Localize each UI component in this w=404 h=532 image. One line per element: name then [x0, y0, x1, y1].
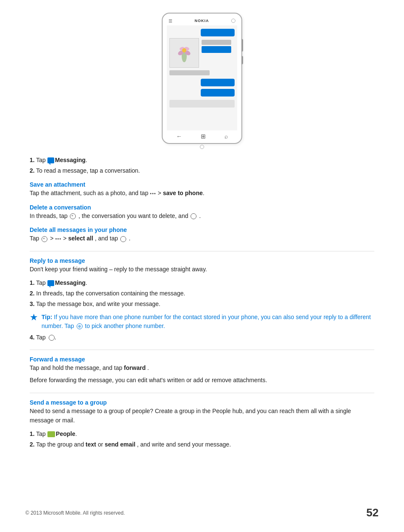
delete-conv-mid: , the conversation you want to delete, a…: [78, 212, 188, 219]
reply-step-2-text: In threads, tap the conversation contain…: [36, 290, 185, 297]
page-number: 52: [366, 506, 379, 519]
reply-step-3-num: 3.: [30, 300, 35, 307]
flower-svg: [172, 40, 197, 66]
group-heading: Send a message to a group: [30, 399, 374, 406]
step-2-line: 2. To read a message, tap a conversation…: [30, 166, 374, 175]
delete-conv-suffix: .: [199, 212, 201, 219]
phone-side-button-1: [241, 39, 243, 52]
group-step-2-num: 2.: [30, 441, 35, 448]
delete-conversation-body: In threads, tap ≡ , the conversation you…: [30, 212, 374, 221]
page-footer: © 2013 Microsoft Mobile. All rights rese…: [25, 506, 379, 519]
group-step-2-or: or: [98, 441, 103, 448]
phone-camera-icon: [231, 19, 235, 23]
group-step-2-bold1: text: [86, 441, 96, 448]
step-2-text: To read a message, tap a conversation.: [36, 167, 140, 174]
group-step-2-prefix: Tap the group and: [36, 441, 84, 448]
main-content: 1. Tap Messaging. 2. To read a message, …: [25, 156, 379, 449]
chat-image: [169, 38, 199, 68]
forward-body-1: Tap and hold the message, and tap forwar…: [30, 364, 374, 373]
reply-step-4-text: Tap: [36, 334, 46, 341]
delete-all-prefix: Tap: [30, 235, 39, 242]
messaging-icon-1: [47, 157, 54, 163]
group-step-2-suffix: , and write and send your message.: [137, 441, 231, 448]
group-step-1-num: 1.: [30, 430, 35, 437]
phone-chat-area: [167, 25, 237, 111]
divider-3: [30, 393, 374, 393]
delete-conv-prefix: In threads, tap: [30, 212, 68, 219]
phone-search-icon: ⌕: [224, 133, 228, 140]
phone-screen: [167, 25, 237, 130]
tip-text-content: Tip: If you have more than one phone num…: [42, 313, 374, 331]
reply-step-1-text: Messaging: [55, 279, 86, 286]
step-1-messaging: Messaging: [55, 157, 86, 163]
delete-all-suffix: .: [129, 235, 130, 242]
reply-step-3: 3. Tap the message box, and write your m…: [30, 300, 374, 309]
page: ☰ NOKIA: [0, 0, 404, 532]
delete-all-heading: Delete all messages in your phone: [30, 226, 374, 233]
phone-speaker-icon: ☰: [169, 19, 172, 23]
step-1-line: 1. Tap Messaging.: [30, 156, 374, 165]
reply-step-4-num: 4.: [30, 334, 35, 341]
dots-icon-2: •••: [55, 235, 61, 243]
tip-star-icon: ★: [30, 313, 38, 322]
tip-box: ★ Tip: If you have more than one phone n…: [30, 313, 374, 331]
reply-heading: Reply to a message: [30, 257, 374, 264]
save-to-phone-text: save to phone: [163, 190, 203, 196]
save-attachment-text: Tap the attachment, such as a photo, and…: [30, 190, 148, 196]
reply-step-1-num: 1.: [30, 279, 35, 286]
group-intro: Need to send a message to a group of peo…: [30, 407, 374, 425]
phone-back-icon: ←: [176, 133, 182, 140]
chat-bubble-2: [201, 79, 235, 86]
phone-brand-label: NOKIA: [195, 19, 209, 23]
phone-side-button-2: [241, 56, 243, 64]
group-step-1-text: People: [56, 430, 75, 437]
phone-illustration: ☰ NOKIA: [25, 13, 379, 144]
forward-body-suffix: .: [147, 364, 149, 371]
forward-body-prefix: Tap and hold the message, and tap: [30, 364, 122, 371]
divider-1: [30, 251, 374, 251]
save-attachment-heading: Save an attachment: [30, 181, 374, 188]
tip-label: Tip:: [42, 314, 52, 320]
reply-step-4: 4. Tap .: [30, 333, 374, 342]
reply-step-2-num: 2.: [30, 290, 35, 297]
delete-all-body: Tap ≡ > ••• > select all , and tap .: [30, 234, 374, 243]
phone-bottom-bar: ← ⊞ ⌕: [167, 133, 237, 140]
group-step-2: 2. Tap the group and text or send email …: [30, 440, 374, 449]
people-icon: [47, 431, 55, 437]
reply-step-3-text: Tap the message box, and write your mess…: [36, 300, 160, 307]
group-step-1: 1. Tap People.: [30, 430, 374, 438]
copyright-text: © 2013 Microsoft Mobile. All rights rese…: [25, 510, 125, 516]
forward-bold: forward: [124, 364, 146, 371]
forward-heading: Forward a message: [30, 356, 374, 363]
phone-device: ☰ NOKIA: [162, 13, 242, 144]
step-1-number: 1.: [30, 157, 35, 163]
chat-bubble-3: [201, 89, 235, 96]
reply-step-1: 1. Tap Messaging.: [30, 278, 374, 287]
select-all-text: select all: [68, 235, 93, 242]
chat-input: [169, 100, 235, 108]
dots-icon-1: •••: [150, 190, 156, 197]
save-attachment-body: Tap the attachment, such as a photo, and…: [30, 189, 374, 198]
reply-step-2: 2. In threads, tap the conversation cont…: [30, 289, 374, 298]
delete-conversation-heading: Delete a conversation: [30, 204, 374, 211]
phone-top-bar: ☰ NOKIA: [169, 17, 235, 25]
divider-2: [30, 350, 374, 350]
reply-intro: Don't keep your friend waiting – reply t…: [30, 265, 374, 274]
delete-all-mid: , and tap: [95, 235, 118, 242]
phone-windows-icon: ⊞: [201, 133, 206, 140]
chat-bubble-1: [201, 29, 235, 36]
tip-body-2: to pick another phone number.: [85, 323, 165, 329]
phone-bottom-circle: [200, 145, 204, 149]
messaging-icon-2: [47, 280, 54, 286]
group-step-2-bold2: send email: [105, 441, 135, 448]
svg-point-5: [182, 48, 186, 52]
forward-body-2: Before forwarding the message, you can e…: [30, 376, 374, 385]
step-2-number: 2.: [30, 167, 35, 174]
